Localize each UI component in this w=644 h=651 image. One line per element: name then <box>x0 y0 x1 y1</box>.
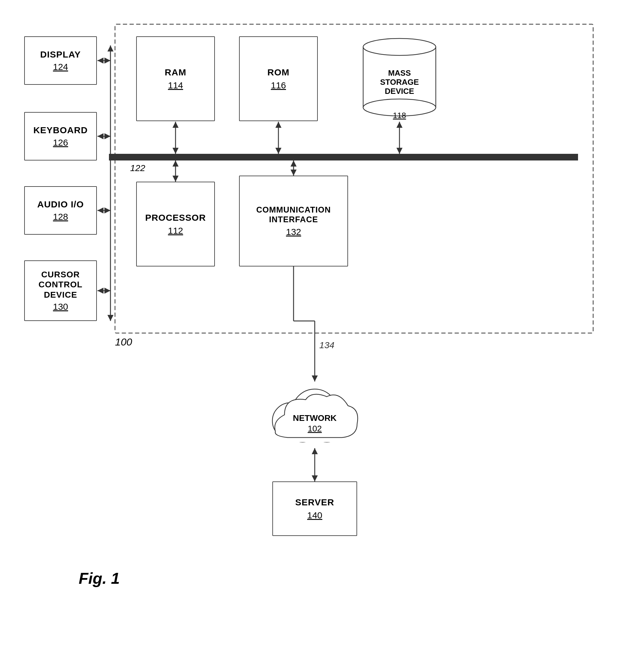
network-cloud: NETWORK 102 <box>266 381 363 448</box>
svg-text:DEVICE: DEVICE <box>385 87 414 96</box>
rom-label: ROM <box>267 67 290 78</box>
svg-marker-5 <box>172 148 179 154</box>
svg-text:118: 118 <box>393 111 406 120</box>
processor-number: 112 <box>168 225 183 236</box>
display-box: DISPLAY 124 <box>24 36 97 85</box>
svg-marker-25 <box>104 58 110 64</box>
processor-label: PROCESSOR <box>145 212 206 223</box>
svg-marker-33 <box>97 288 103 294</box>
svg-text:102: 102 <box>308 424 322 433</box>
ram-label: RAM <box>165 67 186 78</box>
cursor-box: CURSOR CONTROL DEVICE 130 <box>24 260 97 321</box>
svg-marker-8 <box>276 148 282 154</box>
svg-text:MASS: MASS <box>388 68 411 78</box>
cursor-label: CURSOR CONTROL DEVICE <box>28 270 93 300</box>
svg-marker-27 <box>97 133 103 139</box>
svg-marker-21 <box>107 315 114 321</box>
cloud-svg: NETWORK 102 <box>266 381 363 448</box>
svg-marker-19 <box>107 45 114 52</box>
svg-marker-28 <box>104 133 110 139</box>
cursor-number: 130 <box>53 302 68 312</box>
comm-interface-box: COMMUNICATION INTERFACE 132 <box>239 176 348 267</box>
svg-point-45 <box>363 38 436 55</box>
ram-box: RAM 114 <box>136 36 215 121</box>
diagram-container: 134 DISPLAY 124 KEYBOARD 126 AUDIO I/O 1… <box>18 18 623 609</box>
svg-marker-38 <box>312 375 318 381</box>
fig-label: Fig. 1 <box>79 569 120 587</box>
svg-text:134: 134 <box>319 340 334 350</box>
ram-number: 114 <box>168 80 183 91</box>
comm-label: COMMUNICATION INTERFACE <box>244 205 343 225</box>
processor-box: PROCESSOR 112 <box>136 182 215 267</box>
svg-marker-13 <box>172 176 179 182</box>
svg-marker-30 <box>97 208 103 214</box>
audio-number: 128 <box>53 212 68 222</box>
server-number: 140 <box>307 510 322 521</box>
svg-text:STORAGE: STORAGE <box>380 78 419 87</box>
svg-marker-31 <box>104 208 110 214</box>
svg-marker-24 <box>97 58 103 64</box>
keyboard-number: 126 <box>53 137 68 148</box>
svg-marker-4 <box>172 122 179 128</box>
mass-storage-cylinder: MASS STORAGE DEVICE 118 <box>357 30 442 121</box>
rom-box: ROM 116 <box>239 36 318 121</box>
audio-label: AUDIO I/O <box>37 199 84 210</box>
svg-marker-7 <box>276 122 282 128</box>
server-label: SERVER <box>295 497 334 508</box>
bus-label: 122 <box>130 163 145 173</box>
svg-marker-10 <box>396 122 402 128</box>
computer-label: 100 <box>115 336 132 348</box>
svg-marker-42 <box>312 448 318 454</box>
svg-marker-14 <box>172 160 179 166</box>
keyboard-box: KEYBOARD 126 <box>24 112 97 160</box>
display-label: DISPLAY <box>40 49 81 60</box>
display-number: 124 <box>53 62 68 72</box>
svg-marker-41 <box>312 475 318 482</box>
svg-marker-16 <box>291 169 297 176</box>
cylinder-svg: MASS STORAGE DEVICE 118 <box>357 30 442 121</box>
keyboard-label: KEYBOARD <box>33 125 88 136</box>
comm-number: 132 <box>286 227 301 237</box>
svg-marker-34 <box>104 288 110 294</box>
svg-marker-11 <box>396 148 402 154</box>
svg-rect-1 <box>109 154 578 160</box>
audio-box: AUDIO I/O 128 <box>24 186 97 235</box>
svg-marker-2 <box>109 154 115 160</box>
server-box: SERVER 140 <box>272 482 357 536</box>
svg-text:NETWORK: NETWORK <box>293 413 337 423</box>
computer-system-label: 100 <box>115 336 132 348</box>
rom-number: 116 <box>271 80 286 91</box>
svg-marker-17 <box>291 160 297 166</box>
